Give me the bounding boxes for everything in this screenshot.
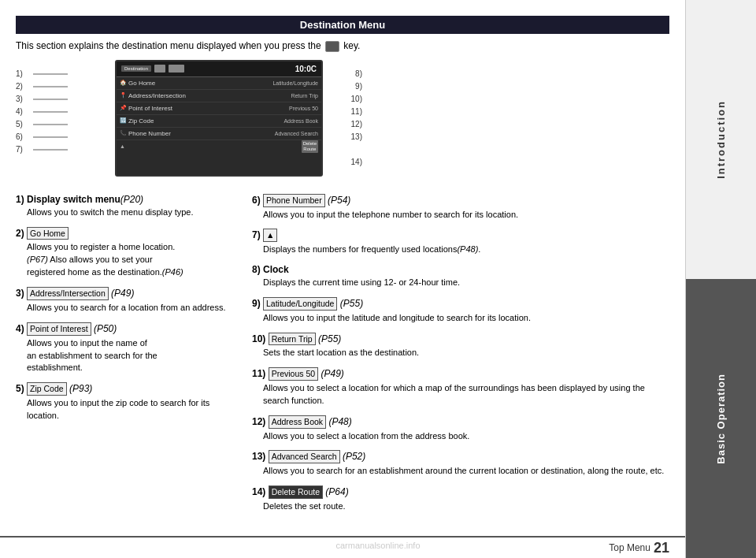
desc-col-right: 6) Phone Number (P54) Allows you to inpu… [252, 194, 669, 521]
callout-6: 6) [16, 132, 23, 141]
nav-screen: Destination 10:0C 🏠 Go Home Latitude/Lon… [115, 60, 323, 177]
sidebar-introduction: Introduction [686, 0, 756, 279]
key-icon [325, 41, 339, 52]
right-sidebar: Introduction Basic Operation [685, 0, 756, 558]
sidebar-top-label: Introduction [715, 100, 727, 179]
screen-row-6: ▲ DeleteRoute [117, 140, 321, 153]
delete-route-btn: DeleteRoute [302, 140, 318, 153]
screen-dest-btn: Destination [121, 65, 151, 72]
top-menu-label: Top Menu [609, 542, 650, 553]
screen-row-3: 📌 Point of Interest Previous 50 [117, 102, 321, 115]
desc-item-12: 12) Address Book (P48) Allows you to sel… [252, 415, 669, 443]
callout-2: 2) [16, 82, 23, 91]
desc-item-14: 14) Delete Route (P64) Deletes the set r… [252, 485, 669, 513]
callout-11: 11) [351, 107, 362, 116]
callout-1: 1) [16, 69, 23, 78]
bottom-bar: Top Menu 21 [0, 536, 685, 558]
desc-item-2: 2) Go Home Allows you to register a home… [16, 227, 236, 280]
screen-header: Destination 10:0C [117, 61, 321, 77]
desc-item-5: 5) Zip Code (P93) Allows you to input th… [16, 382, 236, 422]
sidebar-bottom-label: Basic Operation [715, 374, 727, 464]
desc-item-4: 4) Point of Interest (P50) Allows you to… [16, 322, 236, 375]
desc-item-1: 1) Display switch menu(P20) Allows you t… [16, 194, 236, 219]
screen-icon-btn2 [169, 65, 184, 73]
page-number: 21 [654, 540, 669, 556]
section-header: Destination Menu [16, 16, 669, 34]
desc-item-10: 10) Return Trip (P55) Sets the start loc… [252, 333, 669, 360]
callout-14: 14) [351, 158, 362, 166]
callout-9: 9) [355, 82, 362, 91]
desc-item-6: 6) Phone Number (P54) Allows you to inpu… [252, 194, 669, 221]
screen-row-4: 🔢 Zip Code Address Book [117, 115, 321, 128]
callout-7: 7) [16, 145, 23, 154]
callout-13: 13) [351, 132, 362, 141]
descriptions: 1) Display switch menu(P20) Allows you t… [16, 194, 669, 521]
screen-time: 10:0C [295, 65, 317, 73]
desc-item-3: 3) Address/Intersection (P49) Allows you… [16, 287, 236, 314]
sidebar-basic-operation: Basic Operation [686, 279, 756, 558]
screen-row-2: 📍 Address/Intersection Return Trip [117, 90, 321, 102]
screen-row-5: 📞 Phone Number Advanced Search [117, 128, 321, 140]
callout-5: 5) [16, 120, 23, 128]
callout-12: 12) [351, 120, 362, 128]
callout-3: 3) [16, 95, 23, 103]
screen-diagram: 1) 2) 3) 4) 5) 6) 7) [16, 60, 362, 186]
desc-item-7: 7) ▲ Displays the numbers for frequently… [252, 229, 669, 256]
callout-4: 4) [16, 107, 23, 116]
callout-8: 8) [355, 69, 362, 78]
desc-item-13: 13) Advanced Search (P52) Allows you to … [252, 450, 669, 478]
desc-col-left: 1) Display switch menu(P20) Allows you t… [16, 194, 236, 521]
desc-item-9: 9) Latitude/Longitude (P55) Allows you t… [252, 297, 669, 325]
section-title: Destination Menu [300, 19, 385, 31]
desc-item-11: 11) Previous 50 (P49) Allows you to sele… [252, 367, 669, 407]
desc-item-8: 8) Clock Displays the current time using… [252, 264, 669, 289]
screen-icon-btn [154, 65, 165, 73]
callout-10: 10) [351, 95, 362, 103]
screen-menu: 🏠 Go Home Latitude/Longitude 📍 Address/I… [117, 77, 321, 153]
screen-row-1: 🏠 Go Home Latitude/Longitude [117, 77, 321, 90]
intro-text: This section explains the destination me… [16, 40, 669, 52]
main-content: Destination Menu This section explains t… [0, 0, 685, 558]
